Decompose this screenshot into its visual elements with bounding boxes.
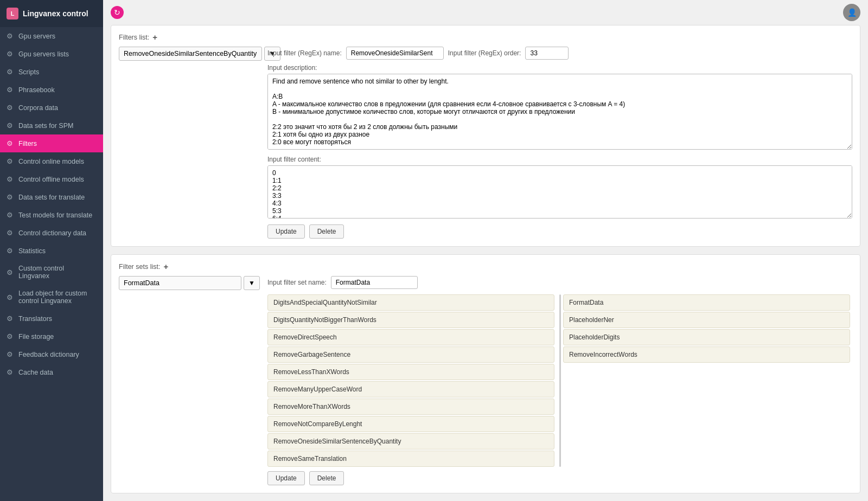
list-item[interactable]: RemoveDirectSpeech (267, 329, 554, 345)
selected-filters-list: FormatData PlaceholderNer PlaceholderDig… (563, 294, 852, 467)
gear-icon: ⚙ (7, 314, 13, 323)
gear-icon: ⚙ (7, 193, 13, 201)
sidebar-item-test-models[interactable]: ⚙ Test models for translate (0, 206, 103, 224)
list-item[interactable]: RemoveSameTranslation (267, 451, 554, 467)
filter-update-button[interactable]: Update (267, 224, 305, 239)
separator-line (559, 294, 561, 467)
gear-icon: ⚙ (7, 32, 13, 40)
sidebar-item-gpu-servers-lists[interactable]: ⚙ Gpu servers lists (0, 45, 103, 63)
filter-dropdown-row: RemoveOnesideSimilarSentenceByQuantity ▼ (119, 47, 260, 61)
sidebar-item-statistics[interactable]: ⚙ Statistics (0, 242, 103, 260)
filter-name-label: Input filter (RegEx) name: (267, 49, 342, 57)
filterset-name-input[interactable] (331, 276, 418, 289)
gear-icon: ⚙ (7, 229, 13, 237)
logo-icon: L (7, 8, 18, 20)
filter-sets-list-label: Filter sets list: (119, 263, 160, 271)
gear-icon: ⚙ (7, 268, 13, 277)
nav-back-button[interactable]: ↻ (111, 6, 124, 19)
list-item[interactable]: RemoveManyUpperCaseWord (267, 381, 554, 397)
sidebar-item-data-sets-translate[interactable]: ⚙ Data sets for translate (0, 188, 103, 206)
sidebar-item-label: Data sets for translate (18, 194, 85, 201)
sidebar-item-feedback-dictionary[interactable]: ⚙ Feedback dictionary (0, 345, 103, 363)
content-wrapper: ↻ 👤 Filters list: + RemoveOnesideSimilar… (103, 0, 868, 501)
sidebar-item-scripts[interactable]: ⚙ Scripts (0, 63, 103, 81)
sidebar-item-label: Data sets for SPM (18, 122, 73, 130)
sidebar-item-cache-data[interactable]: ⚙ Cache data (0, 363, 103, 381)
filter-panel-content: RemoveOnesideSimilarSentenceByQuantity ▼… (119, 47, 852, 239)
sidebar-item-custom-control[interactable]: ⚙ Custom control Lingvanex (0, 260, 103, 285)
list-item[interactable]: RemoveGarbageSentence (267, 346, 554, 363)
filter-name-row: Input filter (RegEx) name: Input filter … (267, 47, 852, 60)
filter-order-input[interactable] (525, 47, 569, 60)
sidebar-item-label: Phrasebook (18, 86, 55, 94)
sidebar-item-label: Control offline models (18, 176, 84, 183)
filter-order-label: Input filter (RegEx) order: (448, 49, 521, 57)
gear-icon: ⚙ (7, 332, 13, 341)
filter-select[interactable]: RemoveOnesideSimilarSentenceByQuantity (119, 47, 262, 61)
sidebar-item-filters[interactable]: ⚙ Filters (0, 134, 103, 152)
sidebar-item-corpora-data[interactable]: ⚙ Corpora data (0, 99, 103, 117)
sidebar-item-control-offline[interactable]: ⚙ Control offline models (0, 170, 103, 188)
add-filter-set-button[interactable]: + (163, 262, 168, 271)
list-item[interactable]: RemoveIncorrectWords (563, 346, 850, 363)
filter-content-textarea[interactable]: 0 1:1 2:2 3:3 4:3 5:3 6:4 (267, 165, 852, 219)
gear-icon: ⚙ (7, 139, 13, 147)
list-item[interactable]: RemoveMoreThanXWords (267, 399, 554, 415)
filter-description-label: Input description: (267, 64, 852, 72)
gear-icon: ⚙ (7, 175, 13, 183)
sidebar-item-control-dictionary[interactable]: ⚙ Control dictionary data (0, 224, 103, 242)
filtersets-left: FormatData ▼ (119, 276, 260, 485)
filterset-btn-row: Update Delete (267, 471, 852, 485)
list-item[interactable]: PlaceholderNer (563, 312, 850, 328)
sidebar-item-label: Custom control Lingvanex (18, 265, 97, 280)
filterset-update-button[interactable]: Update (267, 471, 305, 485)
filter-description-textarea[interactable]: Find and remove sentence who not similar… (267, 74, 852, 150)
filtersets-panel-content: FormatData ▼ Input filter set name: Di (119, 276, 852, 485)
sidebar-item-label: Statistics (18, 247, 46, 255)
filter-name-input[interactable] (346, 47, 444, 60)
list-item[interactable]: DigitsAndSpecialQuantityNotSimilar (267, 294, 554, 311)
gear-icon: ⚙ (7, 86, 13, 94)
list-item[interactable]: RemoveNotCompareByLenght (267, 416, 554, 432)
filters-panel: Filters list: + RemoveOnesideSimilarSent… (111, 25, 860, 247)
sidebar-item-label: Gpu servers lists (18, 50, 69, 58)
filtersets-right: Input filter set name: DigitsAndSpecialQ… (267, 276, 852, 485)
add-filter-button[interactable]: + (152, 33, 157, 41)
sidebar-item-label: Filters (18, 140, 37, 147)
sidebar-item-phrasebook[interactable]: ⚙ Phrasebook (0, 81, 103, 99)
list-item[interactable]: RemoveOnesideSimilarSentenceByQuantity (267, 433, 554, 449)
scrollable-main: Filters list: + RemoveOnesideSimilarSent… (103, 25, 868, 501)
filter-right: Input filter (RegEx) name: Input filter … (267, 47, 852, 239)
filterset-delete-button[interactable]: Delete (309, 471, 344, 485)
sidebar-item-file-storage[interactable]: ⚙ File storage (0, 327, 103, 345)
list-item[interactable]: DigitsQuantityNotBiggerThanWords (267, 312, 554, 328)
list-item[interactable]: RemoveLessThanXWords (267, 364, 554, 380)
two-col-list: DigitsAndSpecialQuantityNotSimilar Digit… (267, 294, 852, 467)
sidebar-item-label: Gpu servers (18, 33, 55, 40)
filter-sets-panel-title: Filter sets list: + (119, 262, 852, 271)
sidebar-item-load-object[interactable]: ⚙ Load object for custom control Lingvan… (0, 285, 103, 310)
filters-list-label: Filters list: (119, 34, 149, 41)
sidebar-item-label: Control dictionary data (18, 229, 86, 237)
sidebar-item-label: Test models for translate (18, 211, 92, 219)
filterset-name-label: Input filter set name: (267, 279, 327, 286)
sidebar-item-gpu-servers[interactable]: ⚙ Gpu servers (0, 27, 103, 45)
filter-delete-button[interactable]: Delete (309, 224, 344, 239)
sidebar-item-label: Feedback dictionary (18, 351, 79, 358)
top-nav-bar: ↻ 👤 (103, 0, 868, 25)
filterset-select[interactable]: FormatData (119, 276, 241, 290)
sidebar-item-translators[interactable]: ⚙ Translators (0, 310, 103, 327)
filterset-name-row: Input filter set name: (267, 276, 852, 289)
gear-icon: ⚙ (7, 350, 13, 358)
sidebar-item-label: Scripts (18, 68, 39, 76)
gear-icon: ⚙ (7, 293, 13, 301)
gear-icon: ⚙ (7, 247, 13, 255)
list-item[interactable]: FormatData (563, 294, 850, 311)
app-title: Lingvanex control (23, 9, 88, 18)
list-item[interactable]: PlaceholderDigits (563, 329, 850, 345)
sidebar-item-control-online[interactable]: ⚙ Control online models (0, 152, 103, 170)
filterset-dropdown-expand-btn[interactable]: ▼ (244, 276, 260, 290)
gear-icon: ⚙ (7, 157, 13, 165)
sidebar-item-label: File storage (18, 333, 54, 341)
sidebar-item-data-sets-spm[interactable]: ⚙ Data sets for SPM (0, 117, 103, 134)
